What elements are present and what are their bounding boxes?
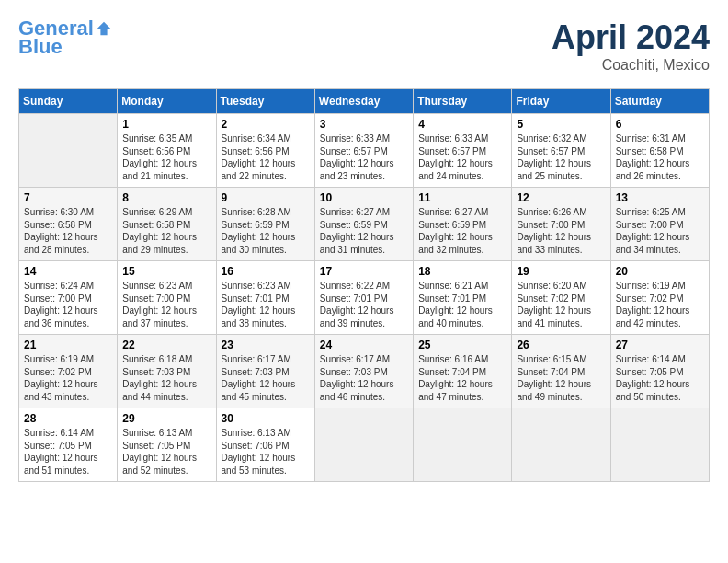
- day-cell: 3Sunrise: 6:33 AMSunset: 6:57 PMDaylight…: [314, 114, 413, 188]
- col-header-sunday: Sunday: [19, 89, 118, 114]
- day-info: Sunrise: 6:17 AMSunset: 7:03 PMDaylight:…: [222, 353, 310, 403]
- day-info: Sunrise: 6:29 AMSunset: 6:58 PMDaylight:…: [122, 206, 210, 256]
- day-info: Sunrise: 6:30 AMSunset: 6:58 PMDaylight:…: [24, 206, 112, 256]
- day-number: 7: [24, 191, 112, 204]
- day-cell: 2Sunrise: 6:34 AMSunset: 6:56 PMDaylight…: [216, 114, 314, 188]
- day-info: Sunrise: 6:18 AMSunset: 7:03 PMDaylight:…: [122, 353, 210, 403]
- day-number: 30: [222, 412, 310, 425]
- day-cell: 13Sunrise: 6:25 AMSunset: 7:00 PMDayligh…: [610, 188, 709, 261]
- day-number: 29: [122, 412, 210, 425]
- day-number: 11: [418, 191, 506, 204]
- day-number: 6: [616, 118, 704, 131]
- day-number: 2: [222, 118, 310, 131]
- day-number: 21: [24, 339, 112, 351]
- day-number: 27: [616, 339, 704, 351]
- day-number: 25: [418, 339, 506, 351]
- day-number: 22: [122, 339, 210, 351]
- day-cell: 22Sunrise: 6:18 AMSunset: 7:03 PMDayligh…: [118, 335, 216, 408]
- day-info: Sunrise: 6:25 AMSunset: 7:00 PMDaylight:…: [616, 206, 704, 256]
- day-info: Sunrise: 6:19 AMSunset: 7:02 PMDaylight:…: [24, 353, 112, 403]
- col-header-tuesday: Tuesday: [216, 89, 314, 114]
- day-info: Sunrise: 6:35 AMSunset: 6:56 PMDaylight:…: [122, 132, 210, 182]
- day-info: Sunrise: 6:22 AMSunset: 7:01 PMDaylight:…: [320, 280, 408, 329]
- day-cell: 9Sunrise: 6:28 AMSunset: 6:59 PMDaylight…: [216, 188, 314, 261]
- day-cell: 25Sunrise: 6:16 AMSunset: 7:04 PMDayligh…: [414, 335, 512, 408]
- day-info: Sunrise: 6:31 AMSunset: 6:58 PMDaylight:…: [616, 132, 704, 182]
- day-info: Sunrise: 6:27 AMSunset: 6:59 PMDaylight:…: [418, 206, 506, 256]
- day-cell: 28Sunrise: 6:14 AMSunset: 7:05 PMDayligh…: [19, 408, 118, 482]
- day-cell: 11Sunrise: 6:27 AMSunset: 6:59 PMDayligh…: [414, 188, 512, 261]
- day-cell: 12Sunrise: 6:26 AMSunset: 7:00 PMDayligh…: [512, 188, 610, 261]
- day-number: 5: [517, 118, 605, 131]
- day-info: Sunrise: 6:34 AMSunset: 6:56 PMDaylight:…: [222, 132, 310, 182]
- day-cell: [414, 408, 512, 482]
- header-row: SundayMondayTuesdayWednesdayThursdayFrid…: [19, 89, 710, 114]
- day-cell: 18Sunrise: 6:21 AMSunset: 7:01 PMDayligh…: [414, 261, 512, 335]
- day-number: 9: [222, 191, 310, 204]
- page-header: General Blue April 2024 Coachiti, Mexico: [18, 18, 710, 74]
- day-cell: 30Sunrise: 6:13 AMSunset: 7:06 PMDayligh…: [216, 408, 314, 482]
- day-number: 8: [122, 191, 210, 204]
- day-cell: 5Sunrise: 6:32 AMSunset: 6:57 PMDaylight…: [512, 114, 610, 188]
- day-cell: 27Sunrise: 6:14 AMSunset: 7:05 PMDayligh…: [610, 335, 709, 408]
- day-number: 12: [517, 191, 605, 204]
- day-number: 16: [222, 265, 310, 278]
- day-number: 14: [24, 265, 112, 278]
- day-cell: 10Sunrise: 6:27 AMSunset: 6:59 PMDayligh…: [314, 188, 413, 261]
- title-block: April 2024 Coachiti, Mexico: [552, 18, 710, 74]
- day-info: Sunrise: 6:32 AMSunset: 6:57 PMDaylight:…: [517, 132, 605, 182]
- day-info: Sunrise: 6:13 AMSunset: 7:06 PMDaylight:…: [222, 427, 310, 477]
- day-info: Sunrise: 6:14 AMSunset: 7:05 PMDaylight:…: [24, 427, 112, 477]
- day-info: Sunrise: 6:13 AMSunset: 7:05 PMDaylight:…: [122, 427, 210, 477]
- month-title: April 2024: [552, 18, 710, 57]
- day-cell: 15Sunrise: 6:23 AMSunset: 7:00 PMDayligh…: [118, 261, 216, 335]
- col-header-wednesday: Wednesday: [314, 89, 413, 114]
- day-cell: [19, 114, 118, 188]
- day-info: Sunrise: 6:17 AMSunset: 7:03 PMDaylight:…: [320, 353, 408, 403]
- day-number: 13: [616, 191, 704, 204]
- day-cell: [314, 408, 413, 482]
- day-number: 4: [418, 118, 506, 131]
- day-info: Sunrise: 6:23 AMSunset: 7:00 PMDaylight:…: [122, 280, 210, 329]
- day-cell: 21Sunrise: 6:19 AMSunset: 7:02 PMDayligh…: [19, 335, 118, 408]
- day-cell: 8Sunrise: 6:29 AMSunset: 6:58 PMDaylight…: [118, 188, 216, 261]
- day-number: 15: [122, 265, 210, 278]
- day-number: 24: [320, 339, 408, 351]
- day-info: Sunrise: 6:21 AMSunset: 7:01 PMDaylight:…: [418, 280, 506, 329]
- day-info: Sunrise: 6:33 AMSunset: 6:57 PMDaylight:…: [320, 132, 408, 182]
- day-number: 18: [418, 265, 506, 278]
- day-cell: 17Sunrise: 6:22 AMSunset: 7:01 PMDayligh…: [314, 261, 413, 335]
- week-row-3: 14Sunrise: 6:24 AMSunset: 7:00 PMDayligh…: [19, 261, 710, 335]
- svg-marker-0: [97, 22, 110, 35]
- day-info: Sunrise: 6:14 AMSunset: 7:05 PMDaylight:…: [616, 353, 704, 403]
- day-info: Sunrise: 6:16 AMSunset: 7:04 PMDaylight:…: [418, 353, 506, 403]
- day-number: 3: [320, 118, 408, 131]
- day-cell: 24Sunrise: 6:17 AMSunset: 7:03 PMDayligh…: [314, 335, 413, 408]
- week-row-5: 28Sunrise: 6:14 AMSunset: 7:05 PMDayligh…: [19, 408, 710, 482]
- logo: General Blue: [18, 18, 112, 59]
- day-cell: 7Sunrise: 6:30 AMSunset: 6:58 PMDaylight…: [19, 188, 118, 261]
- calendar-table: SundayMondayTuesdayWednesdayThursdayFrid…: [18, 88, 710, 482]
- day-cell: [610, 408, 709, 482]
- day-number: 23: [222, 339, 310, 351]
- week-row-4: 21Sunrise: 6:19 AMSunset: 7:02 PMDayligh…: [19, 335, 710, 408]
- col-header-thursday: Thursday: [414, 89, 512, 114]
- day-info: Sunrise: 6:26 AMSunset: 7:00 PMDaylight:…: [517, 206, 605, 256]
- day-number: 28: [24, 412, 112, 425]
- day-info: Sunrise: 6:19 AMSunset: 7:02 PMDaylight:…: [616, 280, 704, 329]
- day-number: 10: [320, 191, 408, 204]
- day-cell: 29Sunrise: 6:13 AMSunset: 7:05 PMDayligh…: [118, 408, 216, 482]
- col-header-monday: Monday: [118, 89, 216, 114]
- week-row-1: 1Sunrise: 6:35 AMSunset: 6:56 PMDaylight…: [19, 114, 710, 188]
- day-number: 20: [616, 265, 704, 278]
- location-subtitle: Coachiti, Mexico: [552, 57, 710, 74]
- day-number: 1: [122, 118, 210, 131]
- day-cell: 20Sunrise: 6:19 AMSunset: 7:02 PMDayligh…: [610, 261, 709, 335]
- day-cell: 26Sunrise: 6:15 AMSunset: 7:04 PMDayligh…: [512, 335, 610, 408]
- day-info: Sunrise: 6:24 AMSunset: 7:00 PMDaylight:…: [24, 280, 112, 329]
- day-info: Sunrise: 6:23 AMSunset: 7:01 PMDaylight:…: [222, 280, 310, 329]
- day-cell: 19Sunrise: 6:20 AMSunset: 7:02 PMDayligh…: [512, 261, 610, 335]
- day-info: Sunrise: 6:20 AMSunset: 7:02 PMDaylight:…: [517, 280, 605, 329]
- day-number: 19: [517, 265, 605, 278]
- day-info: Sunrise: 6:15 AMSunset: 7:04 PMDaylight:…: [517, 353, 605, 403]
